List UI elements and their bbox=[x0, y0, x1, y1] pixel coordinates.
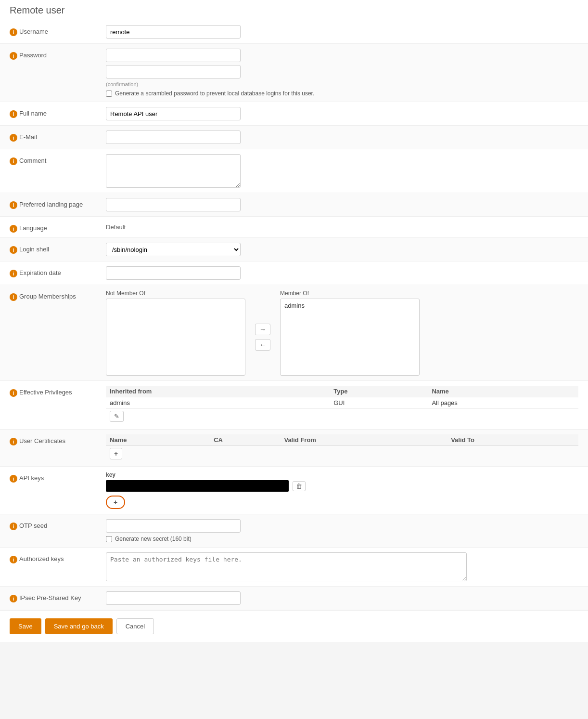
landing-page-input[interactable] bbox=[106, 198, 241, 211]
privileges-name-cell: All pages bbox=[428, 397, 578, 409]
member-of-label: Member Of bbox=[280, 290, 420, 297]
ipsec-label: IPsec Pre-Shared Key bbox=[19, 594, 81, 601]
save-and-back-button[interactable]: Save and go back bbox=[45, 618, 113, 634]
group-memberships-label-col: i Group Memberships bbox=[10, 290, 106, 301]
comment-label: Comment bbox=[19, 157, 46, 164]
privileges-inherited-from-cell: admins bbox=[106, 397, 330, 409]
api-key-value bbox=[106, 480, 289, 492]
password-row: i Password (confirmation) Generate a scr… bbox=[0, 44, 588, 102]
scramble-password-checkbox[interactable] bbox=[106, 91, 112, 97]
authorized-keys-textarea[interactable] bbox=[106, 552, 467, 581]
page-title: Remote user bbox=[10, 5, 65, 15]
user-certificates-info-icon: i bbox=[10, 438, 17, 445]
otp-seed-label-col: i OTP seed bbox=[10, 519, 106, 530]
user-certificates-row: i User Certificates Name CA Valid From V… bbox=[0, 430, 588, 467]
member-of-list[interactable]: admins bbox=[280, 299, 420, 376]
privileges-table: Inherited from Type Name admins GUI All … bbox=[106, 386, 578, 424]
api-keys-label: API keys bbox=[19, 474, 44, 482]
privileges-type-cell: GUI bbox=[330, 397, 428, 409]
privileges-inherited-from-header: Inherited from bbox=[106, 386, 330, 397]
not-member-of-label: Not Member Of bbox=[106, 290, 245, 297]
api-key-row: 🗑 bbox=[106, 480, 578, 492]
remove-from-member-button[interactable]: ← bbox=[255, 339, 270, 351]
group-memberships-label: Group Memberships bbox=[19, 293, 76, 300]
password-info-icon: i bbox=[10, 52, 17, 60]
password-input-col: (confirmation) Generate a scrambled pass… bbox=[106, 49, 578, 97]
api-keys-row: i API keys key 🗑 + bbox=[0, 467, 588, 514]
password-input[interactable] bbox=[106, 49, 241, 62]
api-key-add-button[interactable]: + bbox=[106, 496, 125, 509]
expiration-input[interactable] bbox=[106, 266, 241, 280]
username-label: Username bbox=[19, 28, 48, 35]
cert-ca-header: CA bbox=[210, 434, 280, 446]
email-row: i E-Mail bbox=[0, 126, 588, 149]
authorized-keys-label-col: i Authorized keys bbox=[10, 552, 106, 563]
expiration-info-icon: i bbox=[10, 270, 17, 277]
otp-seed-input-col: Generate new secret (160 bit) bbox=[106, 519, 578, 542]
save-button[interactable]: Save bbox=[10, 618, 41, 634]
authorized-keys-row: i Authorized keys bbox=[0, 548, 588, 587]
email-info-icon: i bbox=[10, 134, 17, 142]
footer-buttons: Save Save and go back Cancel bbox=[0, 610, 588, 642]
api-keys-label-col: i API keys bbox=[10, 471, 106, 483]
language-info-icon: i bbox=[10, 225, 17, 233]
username-input-col bbox=[106, 25, 578, 39]
comment-label-col: i Comment bbox=[10, 154, 106, 165]
cancel-button[interactable]: Cancel bbox=[116, 618, 154, 634]
effective-privileges-label-col: i Effective Privileges bbox=[10, 386, 106, 397]
cert-name-header: Name bbox=[106, 434, 210, 446]
login-shell-label-col: i Login shell bbox=[10, 243, 106, 254]
privileges-name-header: Name bbox=[428, 386, 578, 397]
landing-page-row: i Preferred landing page bbox=[0, 193, 588, 217]
expiration-label: Expiration date bbox=[19, 269, 61, 276]
password-label: Password bbox=[19, 52, 47, 59]
ipsec-info-icon: i bbox=[10, 595, 17, 602]
landing-page-label: Preferred landing page bbox=[19, 201, 83, 208]
confirmation-label: (confirmation) bbox=[106, 81, 578, 87]
email-input[interactable] bbox=[106, 131, 241, 144]
login-shell-info-icon: i bbox=[10, 246, 17, 254]
username-row: i Username bbox=[0, 20, 588, 44]
login-shell-label: Login shell bbox=[19, 246, 49, 253]
login-shell-select[interactable]: /sbin/nologin /bin/sh /bin/bash bbox=[106, 243, 241, 256]
generate-secret-label: Generate new secret (160 bit) bbox=[115, 536, 192, 542]
api-keys-input-col: key 🗑 + bbox=[106, 471, 578, 509]
user-certificates-input-col: Name CA Valid From Valid To + bbox=[106, 434, 578, 461]
comment-info-icon: i bbox=[10, 157, 17, 165]
api-key-delete-button[interactable]: 🗑 bbox=[293, 481, 306, 491]
authorized-keys-label: Authorized keys bbox=[19, 555, 64, 562]
generate-secret-row: Generate new secret (160 bit) bbox=[106, 536, 578, 542]
expiration-label-col: i Expiration date bbox=[10, 266, 106, 277]
language-row: i Language Default bbox=[0, 217, 588, 238]
cert-add-button[interactable]: + bbox=[110, 448, 122, 459]
effective-privileges-info-icon: i bbox=[10, 389, 17, 397]
otp-seed-input[interactable] bbox=[106, 519, 241, 533]
fullname-label: Full name bbox=[19, 110, 47, 117]
group-memberships-col: Not Member Of → ← Member Of admins bbox=[106, 290, 578, 376]
landing-page-input-col bbox=[106, 198, 578, 211]
privileges-edit-cell: ✎ bbox=[106, 409, 578, 424]
cert-valid-from-header: Valid From bbox=[280, 434, 447, 446]
add-to-member-button[interactable]: → bbox=[255, 324, 270, 335]
ipsec-input[interactable] bbox=[106, 591, 241, 605]
language-label: Language bbox=[19, 224, 47, 232]
ipsec-input-col bbox=[106, 591, 578, 605]
user-certificates-label-col: i User Certificates bbox=[10, 434, 106, 445]
scramble-password-row: Generate a scrambled password to prevent… bbox=[106, 90, 578, 97]
otp-seed-row: i OTP seed Generate new secret (160 bit) bbox=[0, 514, 588, 548]
page-header: Remote user bbox=[0, 0, 588, 20]
comment-textarea[interactable] bbox=[106, 154, 241, 188]
fullname-label-col: i Full name bbox=[10, 107, 106, 118]
otp-seed-info-icon: i bbox=[10, 523, 17, 530]
membership-arrows: → ← bbox=[255, 290, 270, 351]
api-keys-info-icon: i bbox=[10, 475, 17, 483]
member-admins-item[interactable]: admins bbox=[282, 301, 417, 310]
effective-privileges-input-col: Inherited from Type Name admins GUI All … bbox=[106, 386, 578, 424]
generate-secret-checkbox[interactable] bbox=[106, 536, 112, 542]
cert-valid-to-header: Valid To bbox=[447, 434, 578, 446]
username-input[interactable] bbox=[106, 25, 241, 39]
password-confirm-input[interactable] bbox=[106, 65, 241, 78]
privileges-edit-button[interactable]: ✎ bbox=[110, 411, 124, 422]
fullname-input[interactable] bbox=[106, 107, 241, 120]
not-member-of-list[interactable] bbox=[106, 299, 245, 376]
